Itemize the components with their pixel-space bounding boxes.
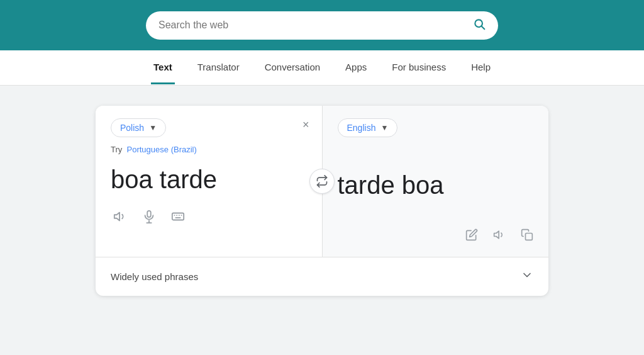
- source-lang-label: Polish: [120, 123, 144, 133]
- svg-marker-2: [114, 213, 119, 221]
- target-edit-icon[interactable]: [463, 226, 480, 247]
- target-speaker-icon[interactable]: [491, 226, 508, 247]
- target-panel: English ▼ tarde boa: [323, 106, 549, 257]
- suggest-lang-link[interactable]: Portuguese (Brazil): [127, 145, 197, 154]
- svg-rect-13: [526, 234, 533, 240]
- target-toolbar: [463, 226, 536, 247]
- suggest-prefix: Try: [111, 145, 122, 154]
- target-translation-text: tarde boa: [338, 170, 536, 200]
- translation-panels: Polish ▼ × Try Portuguese (Brazil) boa t…: [96, 106, 548, 257]
- source-lang-arrow: ▼: [149, 123, 157, 132]
- suggest-text: Try Portuguese (Brazil): [111, 145, 309, 154]
- target-lang-label: English: [347, 123, 376, 133]
- source-translation-text: boa tarde: [111, 164, 309, 194]
- target-lang-arrow: ▼: [380, 123, 388, 132]
- chevron-down-icon: [521, 269, 533, 285]
- nav-item-conversation[interactable]: Conversation: [262, 52, 323, 84]
- nav-item-translator[interactable]: Translator: [195, 52, 242, 84]
- nav-item-text[interactable]: Text: [151, 52, 175, 84]
- source-speaker-icon[interactable]: [111, 207, 130, 229]
- clear-button[interactable]: ×: [303, 118, 309, 132]
- source-lang-selector[interactable]: Polish ▼: [111, 118, 166, 137]
- source-toolbar: [111, 207, 309, 229]
- translator-card: Polish ▼ × Try Portuguese (Brazil) boa t…: [96, 106, 548, 296]
- svg-rect-3: [147, 211, 151, 217]
- nav-item-for-business[interactable]: For business: [389, 52, 448, 84]
- search-bar: [146, 11, 498, 40]
- source-keyboard-icon[interactable]: [169, 207, 187, 229]
- nav-item-apps[interactable]: Apps: [343, 52, 369, 84]
- source-panel: Polish ▼ × Try Portuguese (Brazil) boa t…: [96, 106, 323, 257]
- search-icon[interactable]: [473, 18, 486, 33]
- main-content: Polish ▼ × Try Portuguese (Brazil) boa t…: [0, 86, 644, 316]
- svg-rect-6: [172, 213, 184, 220]
- svg-marker-12: [494, 231, 499, 239]
- phrases-label: Widely used phrases: [111, 271, 198, 282]
- source-mic-icon[interactable]: [140, 207, 158, 229]
- target-lang-selector[interactable]: English ▼: [338, 118, 398, 137]
- nav-item-help[interactable]: Help: [469, 52, 493, 84]
- svg-line-1: [482, 26, 485, 29]
- nav: Text Translator Conversation Apps For bu…: [0, 50, 644, 86]
- swap-button[interactable]: [309, 169, 335, 194]
- phrases-section[interactable]: Widely used phrases: [96, 257, 548, 296]
- target-copy-icon[interactable]: [518, 226, 536, 247]
- header: [0, 0, 644, 50]
- search-input[interactable]: [158, 20, 467, 31]
